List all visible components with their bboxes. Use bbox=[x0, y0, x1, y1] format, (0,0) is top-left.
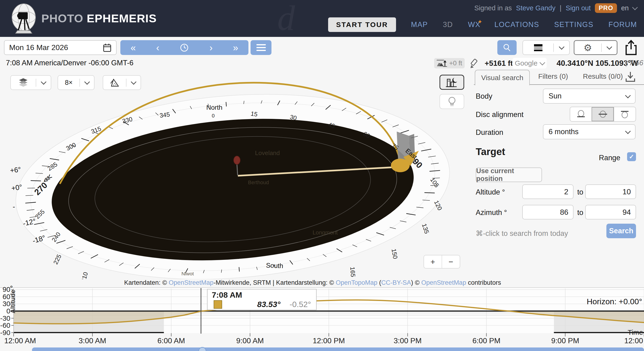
opentopomap-link[interactable]: OpenTopoMap bbox=[336, 279, 377, 286]
geocoder-value: Google bbox=[515, 59, 538, 67]
ccbysa-link[interactable]: CC-BY-SA bbox=[381, 279, 411, 286]
disc-center-button[interactable] bbox=[592, 107, 614, 121]
y-tick-label: -90 bbox=[0, 329, 10, 337]
sign-out-link[interactable]: Sign out bbox=[566, 4, 591, 12]
download-results-button[interactable] bbox=[625, 71, 636, 83]
nav-map[interactable]: MAP bbox=[411, 20, 428, 29]
disc-bottom-tangent-icon bbox=[576, 109, 586, 119]
elevation-offset-chip[interactable]: +0 ft bbox=[434, 58, 465, 68]
tab-visual-search[interactable]: Visual search bbox=[475, 70, 530, 85]
night-visualization-toggle[interactable] bbox=[440, 75, 464, 90]
timeline-menu-button[interactable] bbox=[250, 40, 272, 55]
svg-text:0: 0 bbox=[212, 113, 214, 119]
local-time-zone: 7:08 AM America/Denver -06:00 GMT-6 bbox=[6, 59, 134, 67]
terrain-icon bbox=[110, 78, 120, 87]
altitude-chart[interactable] bbox=[0, 287, 644, 337]
gear-icon: ⚙ bbox=[584, 43, 592, 52]
share-button[interactable] bbox=[625, 39, 638, 56]
altitude-to-input[interactable]: 10 bbox=[585, 184, 636, 199]
lightbulb-icon bbox=[447, 96, 457, 107]
tab-results[interactable]: Results (0/0) bbox=[583, 72, 623, 80]
azimuth-to-label: to bbox=[577, 208, 583, 217]
map-style-control[interactable] bbox=[522, 40, 570, 55]
azimuth-to-input[interactable]: 94 bbox=[585, 205, 636, 219]
x-tick-label: 12:00 bbox=[610, 337, 643, 345]
bearing-value: 7.66° bbox=[629, 59, 644, 67]
x-tick-label: 9:00 AM bbox=[234, 337, 266, 345]
svg-text:+6°: +6° bbox=[10, 165, 21, 174]
pro-badge: PRO bbox=[595, 3, 617, 13]
edit-pencil-icon[interactable] bbox=[470, 58, 480, 69]
language-selector[interactable]: en bbox=[621, 4, 629, 12]
map-exaggeration-control[interactable]: 8× bbox=[58, 75, 94, 90]
step-back-fast-button[interactable]: « bbox=[130, 43, 136, 52]
user-name-link[interactable]: Steve Gandy bbox=[516, 4, 556, 12]
range-checkbox[interactable]: ✓ bbox=[627, 152, 636, 161]
zoom-in-button[interactable]: + bbox=[424, 255, 442, 268]
altitude-from-input[interactable]: 2 bbox=[522, 184, 574, 199]
osm-link[interactable]: OpenStreetMap bbox=[169, 279, 214, 286]
step-forward-fast-button[interactable]: » bbox=[233, 43, 238, 52]
chevron-down-icon bbox=[625, 93, 630, 98]
map-style-icon bbox=[534, 44, 543, 51]
x-tick-label: 6:00 PM bbox=[470, 337, 503, 345]
map-layers-control[interactable] bbox=[10, 75, 51, 90]
range-label: Range bbox=[599, 154, 620, 162]
clock-now-button[interactable] bbox=[180, 43, 189, 52]
x-tick-label: 9:00 PM bbox=[549, 337, 582, 345]
nav-locations[interactable]: LOCATIONS bbox=[494, 20, 539, 29]
disc-top-tangent-button[interactable] bbox=[614, 107, 636, 121]
step-back-button[interactable]: ‹ bbox=[156, 43, 159, 52]
geocoder-selector[interactable]: Google bbox=[512, 58, 547, 69]
svg-text:210: 210 bbox=[80, 271, 89, 279]
nav-wx[interactable]: WX✦ bbox=[468, 20, 480, 29]
tab-filters[interactable]: Filters (0) bbox=[538, 72, 568, 80]
duration-label: Duration bbox=[476, 128, 503, 137]
nav-settings[interactable]: SETTINGS bbox=[554, 20, 594, 29]
chevron-down-icon[interactable] bbox=[632, 4, 638, 10]
chevron-down-icon bbox=[625, 128, 630, 134]
azimuth-from-input[interactable]: 86 bbox=[522, 205, 574, 219]
start-tour-button[interactable]: START TOUR bbox=[328, 17, 396, 32]
date-picker[interactable]: Mon 16 Mar 2026 bbox=[4, 40, 116, 55]
osm-link-2[interactable]: OpenStreetMap bbox=[422, 279, 466, 286]
svg-text:Niwot: Niwot bbox=[182, 271, 194, 276]
brand-ephemeris: EPHEMERIS bbox=[87, 12, 157, 25]
layers-icon bbox=[18, 78, 28, 87]
light-toggle[interactable] bbox=[440, 94, 464, 109]
map-search-button[interactable] bbox=[497, 40, 516, 55]
step-forward-button[interactable]: › bbox=[210, 43, 212, 52]
zoom-out-button[interactable]: − bbox=[442, 255, 460, 268]
x-tick-label: 3:00 AM bbox=[76, 337, 109, 345]
elevation-offset-value: +0 ft bbox=[449, 59, 462, 67]
chevron-down-icon bbox=[559, 44, 564, 49]
altitude-label: Altitude ° bbox=[476, 188, 505, 196]
map-3d-view[interactable]: LovelandBerthoudLongmontNiwot 0153045607… bbox=[0, 68, 472, 279]
body-value: Sun bbox=[548, 92, 562, 100]
search-button[interactable]: Search bbox=[606, 224, 636, 238]
chevron-down-icon bbox=[540, 60, 545, 65]
time-slider-track[interactable] bbox=[32, 348, 644, 351]
use-current-position-button[interactable]: Use current position bbox=[476, 168, 542, 182]
map-zoom-controls: + − bbox=[424, 255, 460, 269]
nav-3d[interactable]: 3D bbox=[443, 20, 453, 29]
nav-forum[interactable]: FORUM bbox=[608, 20, 637, 29]
time-step-controls: « ‹ › » bbox=[120, 40, 248, 55]
chevron-down-icon bbox=[84, 79, 90, 85]
map-settings-control[interactable]: ⚙ bbox=[574, 40, 618, 55]
svg-text:South: South bbox=[266, 262, 283, 270]
map-attribution: Kartendaten: © OpenStreetMap-Mitwirkende… bbox=[78, 279, 548, 286]
app-logo[interactable] bbox=[10, 3, 38, 34]
body-select[interactable]: Sun bbox=[543, 89, 636, 104]
duration-select[interactable]: 6 months bbox=[543, 124, 636, 139]
svg-text:North: North bbox=[206, 104, 222, 111]
date-value: Mon 16 Mar 2026 bbox=[9, 43, 68, 52]
chevron-down-icon bbox=[606, 44, 612, 49]
map-terrain-control[interactable] bbox=[103, 75, 141, 90]
header-background-flourish: d bbox=[277, 0, 295, 37]
sun-series-swatch bbox=[214, 300, 222, 309]
horizon-label: Horizon: +0.00° bbox=[548, 297, 642, 306]
disc-center-icon bbox=[598, 109, 608, 119]
app-header: d PHOTO EPHEMERIS Signed in as Steve Gan… bbox=[0, 0, 644, 37]
disc-bottom-tangent-button[interactable] bbox=[570, 107, 592, 121]
